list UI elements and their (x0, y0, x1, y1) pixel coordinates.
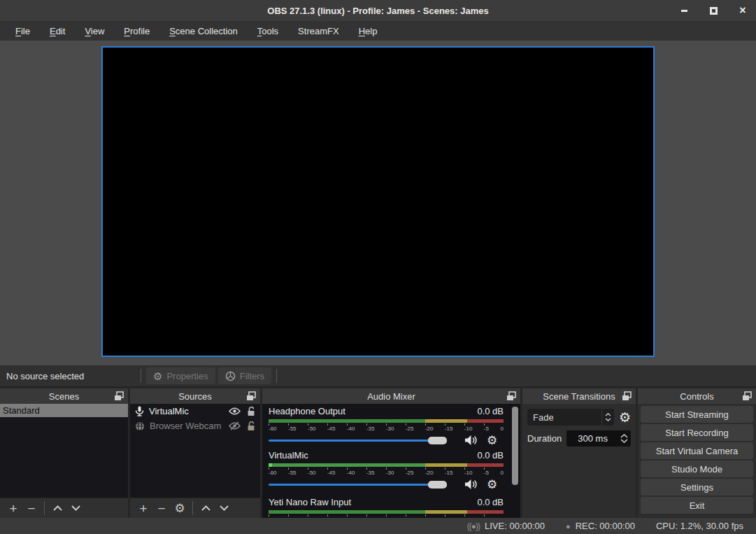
remove-scene-button[interactable]: − (22, 500, 41, 517)
scene-item-standard[interactable]: Standard (0, 404, 128, 417)
channel-gear-icon[interactable]: ⚙ (487, 435, 497, 447)
scene-transitions-body: Fade ⚙ Duration 300 ms (522, 404, 636, 518)
chevron-up-icon (620, 434, 628, 438)
cpu-status: CPU: 1.2%, 30.00 fps (656, 521, 743, 531)
menu-edit[interactable]: Edit (40, 22, 75, 40)
channel-name: VirtualMic (269, 450, 308, 462)
meter-yellow-zone (425, 463, 467, 467)
start-virtual-camera-button[interactable]: Start Virtual Camera (641, 442, 753, 459)
menu-streamfx-label: StreamFX (298, 26, 339, 36)
menu-streamfx[interactable]: StreamFX (288, 22, 349, 40)
channel-db-value: 0.0 dB (477, 406, 504, 418)
volume-slider[interactable] (269, 433, 456, 447)
menu-profile-label: rofile (130, 26, 150, 36)
slider-handle[interactable] (428, 481, 447, 489)
add-source-button[interactable]: + (134, 500, 152, 517)
source-item-browser-webcam[interactable]: Browser Webcam (130, 419, 260, 433)
channel-gear-icon[interactable]: ⚙ (487, 479, 497, 491)
meter-tick-label: -50 (308, 470, 316, 476)
menu-file[interactable]: File (6, 22, 40, 40)
mixer-channel-headphone-output: Headphone Output 0.0 dB -60-55-50-45-40-… (269, 406, 504, 447)
detach-panel-icon[interactable] (621, 391, 632, 402)
lock-open-icon[interactable] (247, 407, 255, 416)
maximize-button[interactable] (708, 6, 718, 15)
meter-tick-label: -40 (347, 470, 355, 476)
meter-tick-label: -35 (366, 470, 375, 476)
volume-slider[interactable] (269, 477, 456, 491)
menu-tools[interactable]: Tools (248, 22, 288, 40)
meter-red-zone (467, 510, 504, 514)
menu-profile[interactable]: Profile (114, 22, 159, 40)
controls-title: Controls (680, 391, 713, 402)
studio-mode-button[interactable]: Studio Mode (641, 461, 753, 477)
visibility-eye-slash-icon[interactable] (229, 421, 241, 430)
slider-handle[interactable] (428, 437, 447, 444)
globe-icon (135, 421, 145, 431)
spinbox-arrows (619, 434, 631, 443)
chevron-down-icon (605, 418, 611, 421)
source-item-virtualmic[interactable]: VirtualMic (130, 404, 260, 419)
meter-tick-label: -20 (425, 426, 434, 432)
detach-panel-icon[interactable] (113, 391, 124, 402)
settings-button[interactable]: Settings (641, 479, 753, 496)
meter-tick-label: -20 (425, 470, 434, 476)
remove-source-button[interactable]: − (152, 500, 171, 517)
menu-file-mnemonic: F (15, 26, 21, 36)
meter-tick-label: -55 (288, 470, 297, 476)
channel-label-row: Headphone Output 0.0 dB (269, 406, 504, 418)
menu-scene-collection[interactable]: Scene Collection (159, 22, 248, 40)
source-properties-gear-icon[interactable]: ⚙ (171, 500, 189, 517)
transition-selected-value: Fade (527, 412, 601, 423)
menu-file-label: ile (21, 26, 30, 36)
mixer-channel-virtualmic: VirtualMic 0.0 dB -60-55-50-45-40-35-30-… (269, 450, 504, 491)
sources-panel: Sources VirtualMic (130, 388, 260, 518)
properties-button[interactable]: ⚙ Properties (146, 367, 215, 384)
scenes-toolbar: + − (0, 498, 128, 518)
filters-button[interactable]: Filters (218, 367, 271, 384)
menu-view[interactable]: View (75, 22, 114, 40)
detach-panel-icon[interactable] (741, 391, 753, 402)
add-scene-button[interactable]: + (4, 500, 22, 517)
meter-scale: -60-55-50-45-40-35-30-25-20-15-10-50 (269, 426, 504, 432)
source-status-text: No source selected (0, 371, 137, 381)
meter-active-level (269, 463, 272, 467)
mixer-scrollbar[interactable] (512, 407, 518, 485)
minimize-button[interactable] (679, 6, 689, 15)
detach-panel-icon[interactable] (245, 391, 257, 402)
meter-tick-label: -5 (484, 426, 489, 432)
window-controls: × (679, 0, 748, 21)
move-source-down-button[interactable] (215, 500, 233, 517)
transition-properties-gear-icon[interactable]: ⚙ (619, 411, 631, 424)
move-scene-up-button[interactable] (48, 500, 66, 517)
menu-bar: File Edit View Profile Scene Collection … (0, 21, 756, 41)
detach-panel-icon[interactable] (506, 391, 517, 402)
meter-tick-label: -10 (464, 426, 473, 432)
move-source-up-button[interactable] (197, 500, 215, 517)
scenes-header: Scenes (0, 388, 128, 404)
close-icon: × (739, 6, 746, 15)
speaker-icon[interactable] (464, 479, 478, 490)
menu-help-mnemonic: H (359, 26, 365, 36)
start-recording-button[interactable]: Start Recording (641, 424, 753, 441)
menu-tools-label: ools (262, 26, 278, 36)
status-bar: ((●)) LIVE: 00:00:00 ● REC: 00:00:00 CPU… (0, 518, 756, 534)
move-scene-down-button[interactable] (66, 500, 85, 517)
meter-red-zone (467, 463, 504, 467)
combo-arrows (601, 409, 614, 426)
exit-button[interactable]: Exit (641, 497, 753, 514)
lock-open-icon[interactable] (247, 421, 255, 431)
filters-icon (225, 371, 236, 381)
visibility-eye-icon[interactable] (229, 407, 241, 415)
duration-spinbox[interactable]: 300 ms (566, 430, 631, 447)
channel-name: Headphone Output (269, 406, 345, 418)
source-name: VirtualMic (149, 406, 189, 416)
start-streaming-button[interactable]: Start Streaming (641, 406, 753, 423)
transition-select[interactable]: Fade (527, 409, 614, 426)
channel-actions: ⚙ (464, 435, 497, 447)
preview-canvas[interactable] (101, 46, 655, 357)
close-button[interactable]: × (738, 6, 748, 15)
speaker-icon[interactable] (464, 435, 478, 446)
channel-label-row: Yeti Nano Raw Input 0.0 dB (269, 497, 504, 509)
menu-help[interactable]: Help (349, 22, 387, 40)
meter-tick-label: -60 (269, 470, 277, 476)
